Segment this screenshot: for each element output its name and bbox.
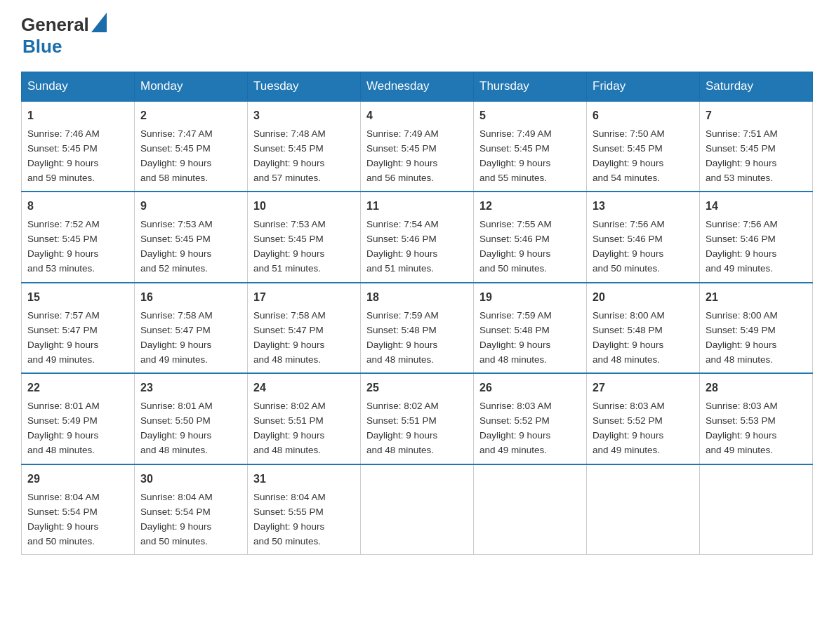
day-number: 17 xyxy=(253,289,355,307)
header-tuesday: Tuesday xyxy=(248,72,361,102)
header-friday: Friday xyxy=(587,72,700,102)
day-number: 10 xyxy=(253,198,355,215)
day-number: 16 xyxy=(140,289,241,307)
table-cell: 20Sunrise: 8:00 AMSunset: 5:48 PMDayligh… xyxy=(587,283,700,373)
table-cell: 21Sunrise: 8:00 AMSunset: 5:49 PMDayligh… xyxy=(700,283,813,373)
day-number: 3 xyxy=(253,107,355,125)
day-number: 15 xyxy=(27,289,128,307)
table-cell: 27Sunrise: 8:03 AMSunset: 5:52 PMDayligh… xyxy=(587,373,700,464)
table-cell: 28Sunrise: 8:03 AMSunset: 5:53 PMDayligh… xyxy=(700,373,813,464)
svg-marker-0 xyxy=(91,13,107,32)
week-row-4: 22Sunrise: 8:01 AMSunset: 5:49 PMDayligh… xyxy=(22,373,813,464)
table-cell xyxy=(474,464,587,555)
table-cell: 19Sunrise: 7:59 AMSunset: 5:48 PMDayligh… xyxy=(474,283,587,373)
day-number: 9 xyxy=(140,198,241,215)
table-cell: 16Sunrise: 7:58 AMSunset: 5:47 PMDayligh… xyxy=(135,283,248,373)
week-row-3: 15Sunrise: 7:57 AMSunset: 5:47 PMDayligh… xyxy=(22,283,813,373)
logo-text-blue: Blue xyxy=(21,36,107,58)
table-cell: 3Sunrise: 7:48 AMSunset: 5:45 PMDaylight… xyxy=(248,101,361,192)
table-cell: 4Sunrise: 7:49 AMSunset: 5:45 PMDaylight… xyxy=(361,101,474,192)
table-cell: 26Sunrise: 8:03 AMSunset: 5:52 PMDayligh… xyxy=(474,373,587,464)
table-cell xyxy=(587,464,700,555)
week-row-2: 8Sunrise: 7:52 AMSunset: 5:45 PMDaylight… xyxy=(22,192,813,282)
table-cell: 22Sunrise: 8:01 AMSunset: 5:49 PMDayligh… xyxy=(22,373,135,464)
day-number: 27 xyxy=(593,380,694,397)
day-number: 18 xyxy=(366,289,468,307)
day-number: 6 xyxy=(593,107,694,125)
day-number: 19 xyxy=(479,289,581,307)
table-cell: 10Sunrise: 7:53 AMSunset: 5:45 PMDayligh… xyxy=(248,192,361,282)
day-number: 20 xyxy=(593,289,694,307)
day-number: 30 xyxy=(140,471,241,488)
table-cell: 30Sunrise: 8:04 AMSunset: 5:54 PMDayligh… xyxy=(135,464,248,555)
table-cell: 31Sunrise: 8:04 AMSunset: 5:55 PMDayligh… xyxy=(248,464,361,555)
logo-icon xyxy=(91,13,107,32)
table-cell: 5Sunrise: 7:49 AMSunset: 5:45 PMDaylight… xyxy=(474,101,587,192)
table-cell: 14Sunrise: 7:56 AMSunset: 5:46 PMDayligh… xyxy=(700,192,813,282)
day-number: 13 xyxy=(593,198,694,215)
table-cell: 1Sunrise: 7:46 AMSunset: 5:45 PMDaylight… xyxy=(22,101,135,192)
header-sunday: Sunday xyxy=(22,72,135,102)
table-cell: 25Sunrise: 8:02 AMSunset: 5:51 PMDayligh… xyxy=(361,373,474,464)
day-number: 12 xyxy=(479,198,581,215)
day-number: 11 xyxy=(366,198,468,215)
day-number: 4 xyxy=(366,107,468,125)
header-wednesday: Wednesday xyxy=(361,72,474,102)
day-number: 23 xyxy=(140,380,241,397)
day-number: 7 xyxy=(706,107,807,125)
table-cell: 7Sunrise: 7:51 AMSunset: 5:45 PMDaylight… xyxy=(700,101,813,192)
day-number: 2 xyxy=(140,107,241,125)
table-cell: 15Sunrise: 7:57 AMSunset: 5:47 PMDayligh… xyxy=(22,283,135,373)
day-number: 8 xyxy=(27,198,128,215)
day-number: 28 xyxy=(706,380,807,397)
day-number: 31 xyxy=(253,471,355,488)
day-number: 29 xyxy=(27,471,128,488)
table-cell: 18Sunrise: 7:59 AMSunset: 5:48 PMDayligh… xyxy=(361,283,474,373)
day-number: 24 xyxy=(253,380,355,397)
table-cell: 11Sunrise: 7:54 AMSunset: 5:46 PMDayligh… xyxy=(361,192,474,282)
week-row-1: 1Sunrise: 7:46 AMSunset: 5:45 PMDaylight… xyxy=(22,101,813,192)
logo-text-general: General xyxy=(21,14,89,36)
day-number: 1 xyxy=(27,107,128,125)
table-cell: 2Sunrise: 7:47 AMSunset: 5:45 PMDaylight… xyxy=(135,101,248,192)
table-cell xyxy=(700,464,813,555)
week-row-5: 29Sunrise: 8:04 AMSunset: 5:54 PMDayligh… xyxy=(22,464,813,555)
calendar-table: SundayMondayTuesdayWednesdayThursdayFrid… xyxy=(21,72,813,555)
header-thursday: Thursday xyxy=(474,72,587,102)
day-number: 21 xyxy=(706,289,807,307)
table-cell: 12Sunrise: 7:55 AMSunset: 5:46 PMDayligh… xyxy=(474,192,587,282)
table-cell xyxy=(361,464,474,555)
day-number: 25 xyxy=(366,380,468,397)
day-number: 14 xyxy=(706,198,807,215)
day-number: 22 xyxy=(27,380,128,397)
table-cell: 23Sunrise: 8:01 AMSunset: 5:50 PMDayligh… xyxy=(135,373,248,464)
table-cell: 24Sunrise: 8:02 AMSunset: 5:51 PMDayligh… xyxy=(248,373,361,464)
table-cell: 13Sunrise: 7:56 AMSunset: 5:46 PMDayligh… xyxy=(587,192,700,282)
table-cell: 17Sunrise: 7:58 AMSunset: 5:47 PMDayligh… xyxy=(248,283,361,373)
table-cell: 29Sunrise: 8:04 AMSunset: 5:54 PMDayligh… xyxy=(22,464,135,555)
table-cell: 6Sunrise: 7:50 AMSunset: 5:45 PMDaylight… xyxy=(587,101,700,192)
logo: General Blue xyxy=(21,14,107,58)
day-number: 5 xyxy=(479,107,581,125)
table-cell: 8Sunrise: 7:52 AMSunset: 5:45 PMDaylight… xyxy=(22,192,135,282)
day-number: 26 xyxy=(479,380,581,397)
header-row: SundayMondayTuesdayWednesdayThursdayFrid… xyxy=(22,72,813,102)
header-saturday: Saturday xyxy=(700,72,813,102)
page-header: General Blue xyxy=(21,14,813,58)
table-cell: 9Sunrise: 7:53 AMSunset: 5:45 PMDaylight… xyxy=(135,192,248,282)
header-monday: Monday xyxy=(135,72,248,102)
